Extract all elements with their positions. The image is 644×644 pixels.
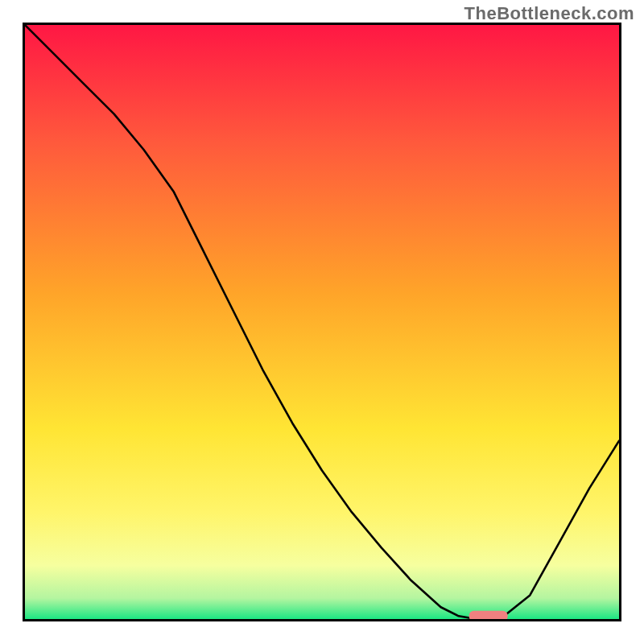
chart-container [23, 23, 621, 621]
chart-svg [23, 23, 621, 621]
watermark-text: TheBottleneck.com [464, 3, 634, 24]
